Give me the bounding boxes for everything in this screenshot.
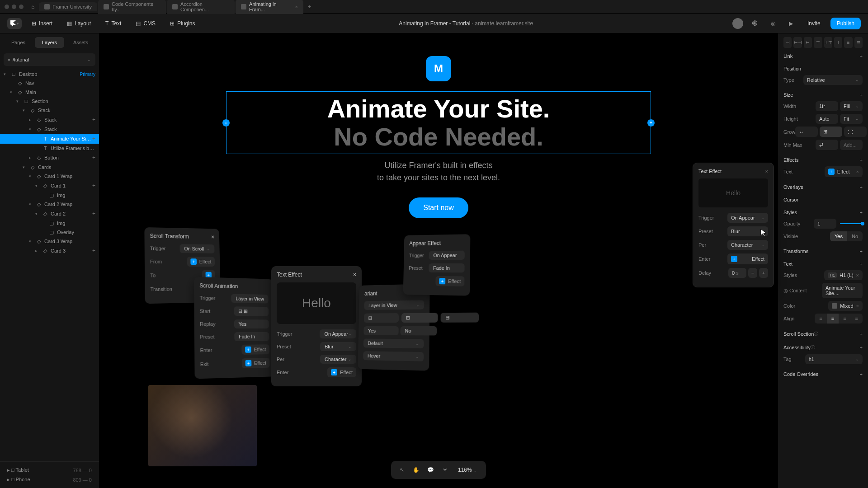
visible-toggle[interactable]: YesNo xyxy=(830,231,863,241)
add-a11y[interactable]: + xyxy=(860,345,863,350)
selection-handle-left[interactable]: ↔ xyxy=(222,119,230,127)
framer-logo[interactable]: ▾ xyxy=(7,18,22,29)
layer-row[interactable]: ◇Nav xyxy=(0,79,99,88)
tab-0[interactable]: Framer University xyxy=(39,2,97,11)
position-type-select[interactable]: Relative⌄ xyxy=(803,75,863,85)
opacity-slider[interactable] xyxy=(840,223,863,224)
layer-row[interactable]: ▾□DesktopPrimary xyxy=(0,70,99,79)
cursor-tool[interactable]: ↖ xyxy=(396,465,407,475)
text-button[interactable]: TText xyxy=(101,18,126,29)
tab-pages[interactable]: Pages xyxy=(4,37,33,48)
text-style-select[interactable]: H1H1 (L)× xyxy=(824,270,863,280)
tab-assets[interactable]: Assets xyxy=(66,37,95,48)
tab-3[interactable]: Animating in Fram...× xyxy=(236,0,303,14)
trigger-select[interactable]: On Appear⌄ xyxy=(727,213,768,223)
layer-row[interactable]: ▾◇Card 2 Wrap xyxy=(0,200,99,209)
layer-row[interactable]: ▾◇Stack xyxy=(0,125,99,134)
align-center-v[interactable]: ⊥⊤ xyxy=(824,37,832,48)
align-top[interactable]: ⊤ xyxy=(814,37,822,48)
width-mode[interactable]: Fill⌄ xyxy=(840,101,863,111)
breakpoint-phone[interactable]: ▸ □ Phone809 — 0 xyxy=(4,475,95,484)
add-transform[interactable]: + xyxy=(860,249,863,254)
tab-2[interactable]: Accordion Componen... xyxy=(167,0,235,14)
align-center-h[interactable]: ⊢⊣ xyxy=(793,37,802,48)
grow-both[interactable]: ⛶ xyxy=(844,127,867,137)
close-icon[interactable]: × xyxy=(295,4,298,9)
close-icon[interactable]: × xyxy=(353,272,356,278)
canvas[interactable]: M ↔ + Animate Your Site. No Code Needed.… xyxy=(99,33,778,488)
add-size[interactable]: + xyxy=(860,92,863,98)
close-icon[interactable]: × xyxy=(211,234,214,240)
tag-select[interactable]: h1⌄ xyxy=(805,354,863,364)
layer-row[interactable]: ▾◇Card 1+ xyxy=(0,181,99,191)
text-align[interactable]: ≡≡≡≡ xyxy=(815,314,863,324)
home-icon[interactable]: ⌂ xyxy=(31,4,34,10)
grow-h[interactable]: ↔ xyxy=(795,127,818,137)
add-scroll[interactable]: + xyxy=(860,331,863,337)
new-tab-button[interactable]: + xyxy=(304,4,315,10)
target-icon[interactable]: ◎ xyxy=(767,17,779,30)
play-icon[interactable]: ▶ xyxy=(785,17,797,30)
layer-row[interactable]: TUtilize Framer's buil... xyxy=(0,144,99,153)
window-controls[interactable] xyxy=(5,5,24,9)
plugins-button[interactable]: ⊞Plugins xyxy=(165,18,199,29)
add-text[interactable]: + xyxy=(860,261,863,267)
layer-row[interactable]: ▾◇Card 1 Wrap xyxy=(0,172,99,181)
add-effect[interactable]: + xyxy=(860,157,863,163)
sun-icon[interactable]: ☀ xyxy=(440,465,451,475)
layer-row[interactable]: ▾◇Cards xyxy=(0,163,99,172)
layer-row[interactable]: ▾◇Card 3 Wrap xyxy=(0,237,99,246)
add-override[interactable]: + xyxy=(860,371,863,377)
delay-increase[interactable]: + xyxy=(759,268,768,278)
layer-row[interactable]: ▢Img xyxy=(0,191,99,200)
align-right[interactable]: ⊢ xyxy=(804,37,812,48)
add-link[interactable]: + xyxy=(860,53,863,59)
avatar[interactable] xyxy=(732,18,743,29)
delay-input[interactable]: 0 s xyxy=(728,268,746,278)
hand-tool[interactable]: ✋ xyxy=(411,465,422,475)
layer-row[interactable]: ▸◇Stack+ xyxy=(0,115,99,125)
minmax-toggle[interactable]: ⇄ xyxy=(816,140,838,150)
per-select[interactable]: Character⌄ xyxy=(727,240,768,250)
breadcrumb[interactable]: ▫/tutorial ⌄ xyxy=(4,53,95,66)
layer-row[interactable]: ▾□Section xyxy=(0,97,99,106)
layer-row[interactable]: ▾◇Main xyxy=(0,88,99,97)
cms-button[interactable]: ▤CMS xyxy=(131,18,160,29)
tab-1[interactable]: Code Components by... xyxy=(98,0,166,14)
hero-heading[interactable]: Animate Your Site. No Code Needed. xyxy=(235,95,642,150)
text-effect-tag[interactable]: +Effect× xyxy=(825,166,863,177)
layer-row[interactable]: ▾◇Stack xyxy=(0,106,99,115)
delay-decrease[interactable]: − xyxy=(748,268,757,278)
publish-button[interactable]: Publish xyxy=(830,18,861,29)
layer-row[interactable]: ▢Overlay xyxy=(0,228,99,237)
globe-icon[interactable]: 🌐︎ xyxy=(749,17,761,30)
layer-row[interactable]: ▢Img xyxy=(0,219,99,228)
add-overlay[interactable]: + xyxy=(860,184,863,190)
close-icon[interactable]: × xyxy=(765,169,768,174)
comment-tool[interactable]: 💬 xyxy=(425,465,436,475)
zoom-level[interactable]: 116% ⌄ xyxy=(454,467,481,473)
insert-button[interactable]: ⊞Insert xyxy=(27,18,57,29)
grow-v[interactable]: ⊞ xyxy=(820,127,842,137)
align-bottom[interactable]: ⊥ xyxy=(834,37,842,48)
enter-effect[interactable]: +Effect xyxy=(727,253,768,264)
layer-row[interactable]: TAnimate Your Site...+ xyxy=(0,134,99,144)
minmax-add[interactable]: Add... xyxy=(840,140,863,150)
color-input[interactable]: Mixed× xyxy=(828,301,863,311)
layer-row[interactable]: ▾◇Card 2+ xyxy=(0,209,99,219)
opacity-input[interactable]: 1 xyxy=(814,219,836,229)
distribute-h[interactable]: ≡ xyxy=(844,37,852,48)
layer-row[interactable]: ▸◇Button+ xyxy=(0,153,99,163)
height-mode[interactable]: Fit⌄ xyxy=(840,114,863,124)
selection-handle-right[interactable]: + xyxy=(647,119,655,127)
start-now-button[interactable]: Start now xyxy=(409,197,468,218)
align-left[interactable]: ⊣ xyxy=(783,37,792,48)
distribute-v[interactable]: ≣ xyxy=(854,37,863,48)
tab-layers[interactable]: Layers xyxy=(35,37,64,48)
content-input[interactable]: Animate Your Site.... xyxy=(822,283,863,298)
height-input[interactable]: Auto xyxy=(816,114,838,124)
layout-button[interactable]: ▦Layout xyxy=(62,18,95,29)
add-style[interactable]: + xyxy=(860,210,863,215)
invite-button[interactable]: Invite xyxy=(803,18,825,29)
width-input[interactable]: 1fr xyxy=(816,101,838,111)
